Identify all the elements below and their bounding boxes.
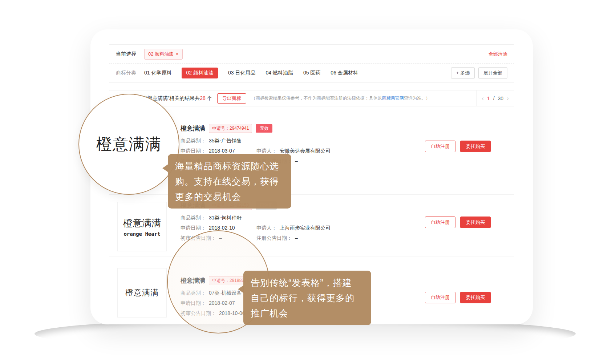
entrust-buy-button[interactable]: 委托购买: [460, 217, 491, 228]
filter-panel: 当前选择 02 颜料油漆 × 全部清除 商标分类 01 化学原料 02 颜料油漆…: [109, 44, 514, 83]
page-separator: /: [493, 96, 495, 101]
disclaimer-text: （商标检索结果仅供参考，不作为商标能否注册的法律依据；具体以商标局官网查询为准。…: [251, 95, 476, 101]
status-badge: 无效: [256, 124, 272, 133]
tooltip-arrow-icon: [238, 285, 244, 293]
trademark-name[interactable]: 橙意满满: [181, 124, 205, 133]
multi-select-button[interactable]: + 多选: [451, 67, 475, 79]
selected-filter-tag[interactable]: 02 颜料油漆 ×: [144, 49, 183, 60]
trademark-image[interactable]: 橙意满满 orange Heart: [117, 202, 167, 251]
category-item-06[interactable]: 06 金属材料: [331, 68, 358, 78]
expand-all-button[interactable]: 展开全部: [478, 67, 507, 79]
self-register-button[interactable]: 自助注册: [425, 292, 455, 303]
category-item-01[interactable]: 01 化学原料: [144, 68, 171, 78]
applicant-value: 安徽美达会展有限公司: [280, 148, 331, 154]
results-count: 28: [200, 95, 206, 101]
reg-publish-value: –: [295, 235, 298, 241]
application-number-tag: 申请号：29474941: [209, 124, 252, 133]
reg-publish-value: –: [295, 158, 298, 164]
trademark-image-subtext: orange Heart: [123, 231, 160, 237]
next-page-icon[interactable]: ›: [507, 95, 509, 101]
current-page: 1: [487, 96, 490, 101]
selected-filter-tag-label: 02 颜料油漆: [148, 51, 174, 57]
applicant-value: 上海雨步实业有限公司: [280, 225, 331, 231]
apply-date-value: 2018-02-10: [209, 225, 235, 231]
remove-tag-icon[interactable]: ×: [176, 52, 179, 56]
category-value: 35类-广告销售: [209, 138, 242, 143]
category-item-02-selected[interactable]: 02 颜料油漆: [182, 68, 218, 78]
clear-all-button[interactable]: 全部清除: [489, 51, 507, 57]
category-item-03[interactable]: 03 日化用品: [228, 68, 255, 78]
results-header: 已为您检索到“橙意满满”相关的结果共28 个 导出商标 （商标检索结果仅供参考，…: [109, 90, 514, 106]
trademark-image[interactable]: 橙意满满: [117, 268, 167, 318]
promo-tooltip: 海量精品商标资源随心选 购。支持在线交易，获得 更多的交易机会: [168, 154, 291, 209]
category-item-05[interactable]: 05 医药: [303, 68, 320, 78]
category-value: 31类-饲料种籽: [209, 215, 242, 221]
current-selection-row: 当前选择 02 颜料油漆 × 全部清除: [109, 45, 514, 64]
apply-date-value: 2018-03-07: [209, 148, 235, 154]
category-row: 商标分类 01 化学原料 02 颜料油漆 03 日化用品 04 燃料油脂 05 …: [109, 64, 514, 82]
current-selection-label: 当前选择: [116, 51, 136, 57]
entrust-buy-button[interactable]: 委托购买: [460, 292, 491, 303]
prev-page-icon[interactable]: ‹: [482, 95, 484, 101]
self-register-button[interactable]: 自助注册: [425, 217, 455, 228]
category-item-04[interactable]: 04 燃料油脂: [266, 68, 293, 78]
export-trademarks-button[interactable]: 导出商标: [217, 93, 246, 104]
trademark-office-link[interactable]: 商标局官网: [382, 96, 404, 101]
self-register-button[interactable]: 自助注册: [425, 141, 455, 152]
promo-tooltip: 告别传统“发表格”，搭建 自己的标行，获得更多的 推广机会: [243, 271, 371, 325]
entrust-buy-button[interactable]: 委托购买: [460, 141, 491, 152]
category-label: 商标分类: [116, 70, 136, 76]
magnified-trademark-text: 橙意满满: [96, 134, 162, 155]
magnifier-lens: 橙意满满: [78, 94, 179, 195]
total-pages: 30: [498, 96, 504, 101]
tooltip-arrow-icon: [162, 164, 168, 172]
pagination: ‹ 1 / 30 ›: [476, 90, 514, 106]
